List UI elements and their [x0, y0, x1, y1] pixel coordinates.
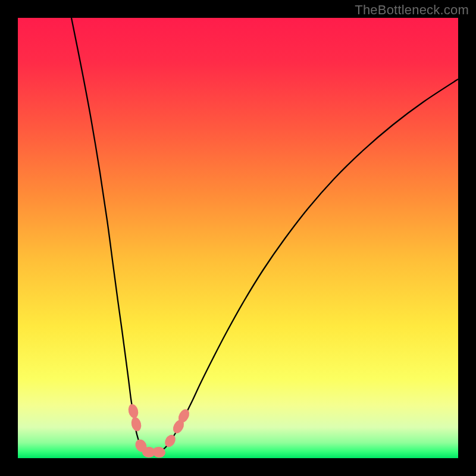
chart-frame: TheBottleneck.com: [0, 0, 476, 476]
watermark-text: TheBottleneck.com: [355, 2, 469, 18]
plot-area: [18, 18, 458, 458]
chart-svg: [18, 18, 458, 458]
